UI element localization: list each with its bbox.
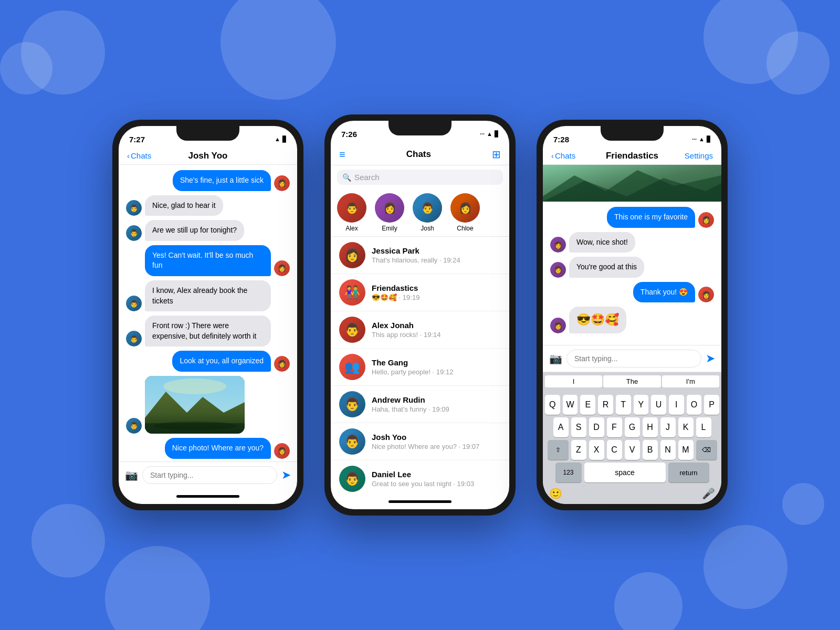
avatar: 👩: [550, 237, 566, 253]
chat-avatar: 👨: [339, 391, 365, 417]
msg-row: 👩 You're good at this: [550, 257, 714, 278]
msg-row: 👨 Are we still up for tonight?: [126, 220, 290, 241]
key-r[interactable]: R: [598, 395, 613, 415]
input-bar-3: 📷 ➤: [543, 345, 721, 372]
send-button-3[interactable]: ➤: [706, 352, 715, 365]
chat-name: Alex Jonah: [372, 321, 501, 330]
msg-row: 👩 😎🤩🥰: [550, 307, 714, 333]
keyboard: Q W E R T Y U I O P A S D F G: [543, 391, 721, 504]
chat-contact-name: Josh Yoo: [188, 151, 228, 161]
key-a[interactable]: A: [553, 417, 569, 437]
chat-list-item[interactable]: 👨 Daniel Lee Great to see you last night…: [331, 460, 509, 494]
avatar-emily: 👩: [375, 193, 404, 223]
menu-icon[interactable]: ≡: [339, 149, 345, 161]
key-123[interactable]: 123: [555, 463, 582, 482]
active-user[interactable]: 👩 Emily: [375, 193, 404, 232]
search-placeholder: Search: [354, 173, 380, 182]
avatar: 👩: [274, 443, 290, 459]
key-c[interactable]: C: [607, 440, 622, 460]
camera-icon-3[interactable]: 📷: [549, 352, 562, 365]
avatar: 👨: [126, 225, 142, 241]
key-space[interactable]: space: [584, 463, 666, 482]
avatar: 👨: [126, 331, 142, 346]
key-f[interactable]: F: [607, 417, 622, 437]
back-chats-1[interactable]: ‹ Chats: [127, 151, 151, 160]
key-z[interactable]: Z: [571, 440, 586, 460]
key-u[interactable]: U: [651, 395, 666, 415]
key-m[interactable]: M: [678, 440, 694, 460]
keyboard-row: 123 space return: [545, 463, 719, 482]
avatar-chloe: 👩: [450, 193, 480, 223]
key-k[interactable]: K: [678, 417, 694, 437]
bubble-received: I know, Alex already book the tickets: [145, 280, 271, 311]
key-b[interactable]: B: [643, 440, 658, 460]
back-label-1: Chats: [131, 151, 151, 160]
key-l[interactable]: L: [696, 417, 711, 437]
key-d[interactable]: D: [589, 417, 604, 437]
settings-button[interactable]: Settings: [685, 151, 713, 160]
chat-list-item[interactable]: 👩 Jessica Park That's hilarious, really …: [331, 237, 509, 274]
emoji-icon[interactable]: 🙂: [549, 487, 562, 500]
key-j[interactable]: J: [660, 417, 676, 437]
chat-list-item[interactable]: 👥 The Gang Hello, party people! · 19:12: [331, 349, 509, 386]
key-s[interactable]: S: [571, 417, 586, 437]
mic-icon[interactable]: 🎤: [702, 487, 715, 500]
avatar-alex: 👨: [337, 193, 366, 223]
send-button-1[interactable]: ➤: [281, 468, 291, 482]
home-indicator-1: [119, 488, 297, 504]
compose-icon[interactable]: ⊞: [492, 148, 501, 161]
key-e[interactable]: E: [580, 395, 595, 415]
suggestion-i[interactable]: I: [545, 375, 602, 387]
chat-list-item[interactable]: 👨 Alex Jonah This app rocks! · 19:14: [331, 311, 509, 349]
key-g[interactable]: G: [625, 417, 640, 437]
keyboard-row: ⇧ Z X C V B N M ⌫: [545, 440, 719, 460]
active-user[interactable]: 👨 Josh: [413, 193, 442, 232]
key-h[interactable]: H: [643, 417, 658, 437]
chat-info: The Gang Hello, party people! · 19:12: [372, 358, 501, 376]
bubble-sent: Look at you, all organized: [172, 351, 271, 372]
key-v[interactable]: V: [625, 440, 640, 460]
key-shift[interactable]: ⇧: [548, 440, 569, 460]
bubble-sent: She's fine, just a little sick: [173, 170, 271, 191]
key-o[interactable]: O: [687, 395, 702, 415]
bubble-received: Are we still up for tonight?: [145, 220, 244, 241]
active-user-name: Chloe: [457, 225, 473, 232]
key-w[interactable]: W: [563, 395, 578, 415]
message-input-3[interactable]: [566, 350, 701, 368]
camera-icon-1[interactable]: 📷: [125, 469, 138, 481]
bubble-received: Front row :) There were expensive, but d…: [145, 316, 271, 346]
key-n[interactable]: N: [660, 440, 676, 460]
chat-avatar: 👩: [339, 242, 365, 268]
key-backspace[interactable]: ⌫: [696, 440, 717, 460]
key-p[interactable]: P: [704, 395, 719, 415]
search-bar[interactable]: 🔍 Search: [337, 170, 503, 185]
chat-preview: Nice photo! Where are you? · 19:07: [372, 443, 501, 450]
active-user[interactable]: 👨 Alex: [337, 193, 366, 232]
message-input-1[interactable]: [142, 466, 277, 484]
key-t[interactable]: T: [616, 395, 631, 415]
suggestion-im[interactable]: I'm: [662, 375, 719, 387]
suggestion-the[interactable]: The: [603, 375, 660, 387]
key-y[interactable]: Y: [634, 395, 649, 415]
chats-title: Chats: [345, 149, 492, 160]
chat-list-item[interactable]: 👫 Friendastics 😎🤩🥰 · 19:19: [331, 274, 509, 311]
avatar: 👩: [274, 356, 290, 372]
key-i[interactable]: I: [669, 395, 684, 415]
message-image: [145, 376, 245, 434]
key-return[interactable]: return: [668, 463, 709, 482]
active-user[interactable]: 👩 Chloe: [450, 193, 480, 232]
bubble-sent: Yes! Can't wait. It'll be so much fun: [145, 245, 271, 276]
msg-row: Thank you! 😍 👩: [550, 282, 714, 303]
back-chats-3[interactable]: ‹ Chats: [551, 151, 575, 160]
chats-header: ≡ Chats ⊞: [331, 144, 509, 165]
avatar: 👩: [698, 212, 714, 228]
key-x[interactable]: X: [589, 440, 604, 460]
avatar-josh: 👨: [413, 193, 442, 223]
chat-info: Friendastics 😎🤩🥰 · 19:19: [372, 284, 501, 301]
bubble-received: Wow, nice shot!: [569, 232, 635, 253]
chat-list-item[interactable]: 👨 Josh Yoo Nice photo! Where are you? · …: [331, 423, 509, 460]
chat-list-item[interactable]: 👨 Andrew Rudin Haha, that's funny · 19:0…: [331, 386, 509, 423]
key-q[interactable]: Q: [545, 395, 560, 415]
avatar: 👨: [126, 296, 142, 311]
msg-row: Look at you, all organized 👩: [126, 351, 290, 372]
